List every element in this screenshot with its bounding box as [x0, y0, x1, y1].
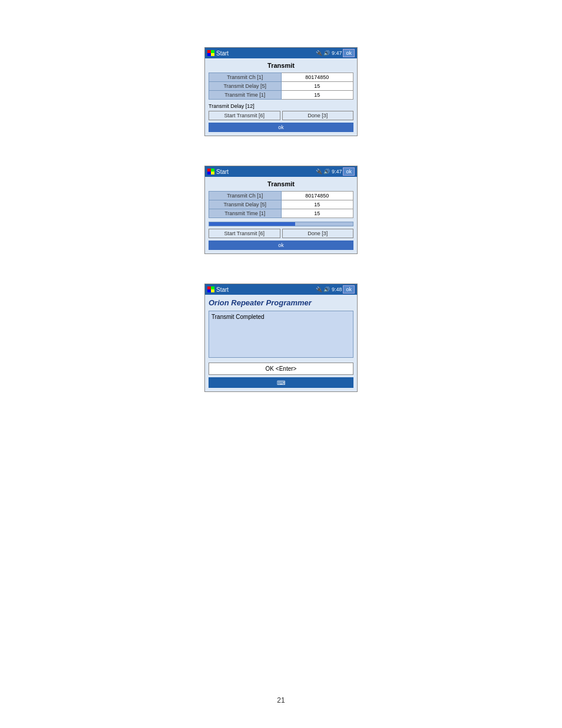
table-row: Transmit Delay [5] 15 [209, 82, 353, 91]
progress-fill [209, 222, 295, 226]
table-row: Transmit Ch [1] 80174850 [209, 73, 353, 82]
window1-titlebar: Start 🔌 🔊 9:47 ok [205, 48, 357, 58]
w2-field1-value: 80174850 [281, 192, 353, 200]
window1-body: Transmit Transmit Ch [1] 80174850 Transm… [205, 58, 357, 136]
window3-body: Orion Repeater Programmer Transmit Compl… [205, 295, 357, 391]
window1-title: Transmit [209, 62, 353, 69]
orion-ok-enter-btn[interactable]: OK <Enter> [209, 363, 353, 375]
window2-start-btn[interactable]: Start Transmit [6] [209, 229, 280, 238]
window1-ok-bar[interactable]: ok [209, 123, 353, 132]
window1-done-btn[interactable]: Done [3] [282, 111, 354, 120]
window1-form-table: Transmit Ch [1] 80174850 Transmit Delay … [209, 73, 353, 100]
window3-status-text: 🔌 🔊 9:48 [316, 286, 342, 292]
windows-flag-icon2 [207, 169, 214, 174]
window2-body: Transmit Transmit Ch [1] 80174850 Transm… [205, 177, 357, 253]
orion-app-title: Orion Repeater Programmer [209, 298, 353, 307]
field1-label: Transmit Ch [1] [209, 73, 282, 82]
window3-taskbar-bottom: ⌨ [209, 377, 353, 388]
table-row: Transmit Time [1] 15 [209, 209, 353, 218]
window1-start-label: Start [216, 50, 229, 57]
window1-ok-btn[interactable]: ok [343, 49, 355, 57]
window1-start-btn[interactable]: Start Transmit [6] [209, 111, 280, 120]
orion-content-box: Transmit Completed [209, 311, 353, 358]
window2-status-text: 🔌 🔊 9:47 [316, 169, 342, 174]
window2-done-btn[interactable]: Done [3] [282, 229, 354, 238]
window2-ok-bar[interactable]: ok [209, 241, 353, 250]
table-row: Transmit Delay [5] 15 [209, 200, 353, 209]
transmit-completed-message: Transmit Completed [211, 314, 265, 320]
w2-field3-value: 15 [281, 209, 353, 218]
window2-button-row: Start Transmit [6] Done [3] [209, 229, 353, 238]
window2-title: Transmit [209, 180, 353, 187]
w2-field3-label: Transmit Time [1] [209, 209, 282, 218]
window3-titlebar: Start 🔌 🔊 9:48 ok [205, 284, 357, 295]
window2-ok-btn[interactable]: ok [343, 167, 355, 176]
field2-value: 15 [281, 82, 353, 91]
w2-field2-label: Transmit Delay [5] [209, 200, 282, 209]
window1-status-text: 🔌 🔊 9:47 [316, 50, 342, 56]
window2-form-table: Transmit Ch [1] 80174850 Transmit Delay … [209, 191, 353, 218]
w2-field2-value: 15 [281, 200, 353, 209]
window2: Start 🔌 🔊 9:47 ok Transmit Transmit Ch [… [204, 166, 358, 254]
window2-progress-bar [209, 222, 353, 226]
window1-button-row: Start Transmit [6] Done [3] [209, 111, 353, 120]
table-row: Transmit Ch [1] 80174850 [209, 192, 353, 200]
field1-value: 80174850 [281, 73, 353, 82]
window1-delay-label: Transmit Delay [12] [209, 103, 353, 109]
field2-label: Transmit Delay [5] [209, 82, 282, 91]
field3-label: Transmit Time [1] [209, 91, 282, 100]
window2-start-label: Start [216, 169, 229, 175]
window3: Start 🔌 🔊 9:48 ok Orion Repeater Program… [204, 284, 358, 392]
w2-field1-label: Transmit Ch [1] [209, 192, 282, 200]
window3-start-label: Start [216, 286, 229, 293]
window2-titlebar-left: Start [207, 169, 229, 175]
field3-value: 15 [281, 91, 353, 100]
page-container: Start 🔌 🔊 9:47 ok Transmit Transmit Ch [… [0, 0, 562, 728]
window3-ok-btn[interactable]: ok [343, 285, 355, 294]
window3-status: 🔌 🔊 9:48 ok [316, 285, 355, 294]
page-number: 21 [277, 684, 285, 704]
window3-titlebar-left: Start [207, 286, 229, 293]
window1-titlebar-left: Start [207, 50, 229, 57]
table-row: Transmit Time [1] 15 [209, 91, 353, 100]
keyboard-icon: ⌨ [277, 380, 285, 386]
window2-titlebar: Start 🔌 🔊 9:47 ok [205, 166, 357, 177]
window2-status: 🔌 🔊 9:47 ok [316, 167, 355, 176]
window1: Start 🔌 🔊 9:47 ok Transmit Transmit Ch [… [204, 47, 358, 136]
windows-flag-icon3 [207, 286, 214, 292]
windows-flag-icon [207, 50, 214, 56]
window1-status: 🔌 🔊 9:47 ok [316, 49, 355, 57]
